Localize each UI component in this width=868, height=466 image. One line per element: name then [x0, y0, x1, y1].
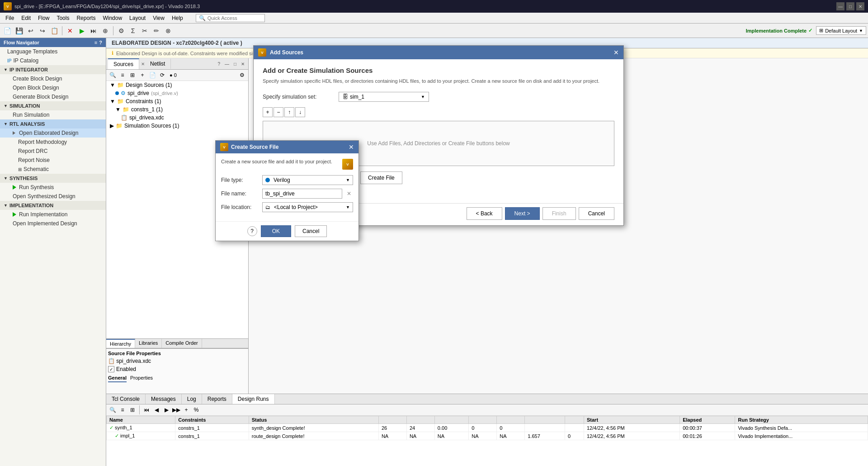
minimize-button[interactable]: —	[836, 2, 844, 10]
tree-simulation-sources[interactable]: ▶ 📁 Simulation Sources (1)	[106, 122, 248, 130]
sidebar-item-run-implementation[interactable]: Run Implementation	[0, 210, 106, 219]
menu-window[interactable]: Window	[99, 14, 126, 22]
tree-constrs1[interactable]: ▼ 📁 constrs_1 (1)	[106, 105, 248, 114]
bottom-next-btn[interactable]: ▶▶	[172, 405, 181, 414]
sim-set-select[interactable]: 🗄 sim_1 ▼	[339, 92, 429, 102]
bottom-prev-btn[interactable]: ◀	[152, 405, 161, 414]
sidebar-item-language-templates[interactable]: Language Templates	[0, 47, 106, 56]
table-row[interactable]: ✓ synth_1 constrs_1 synth_design Complet…	[107, 424, 868, 432]
table-row[interactable]: ✓ impl_1 constrs_1 route_design Complete…	[107, 432, 868, 440]
quick-access-bar[interactable]: 🔍	[196, 14, 265, 22]
tab-action-maximize[interactable]: □	[232, 61, 238, 67]
bottom-play-btn[interactable]: ▶	[162, 405, 171, 414]
tree-design-sources[interactable]: ▼ 📁 Design Sources (1)	[106, 81, 248, 89]
layout-dropdown[interactable]: ⊞ Default Layout ▼	[816, 26, 866, 35]
sidebar-item-open-synthesized-design[interactable]: Open Synthesized Design	[0, 192, 106, 201]
menu-file[interactable]: File	[2, 14, 18, 22]
tab-reports[interactable]: Reports	[202, 394, 232, 404]
file-name-clear-btn[interactable]: ✕	[345, 190, 353, 198]
tab-design-runs[interactable]: Design Runs	[232, 394, 275, 404]
toolbar-new[interactable]: 📄	[2, 25, 13, 36]
tab-sources[interactable]: Sources	[108, 58, 139, 69]
toolbar-write[interactable]: ✏	[151, 25, 162, 36]
toolbar-cut[interactable]: ✂	[139, 25, 150, 36]
section-synthesis[interactable]: ▼ SYNTHESIS	[0, 174, 106, 183]
bottom-percent-btn[interactable]: %	[192, 405, 201, 414]
tree-constraints[interactable]: ▼ 📁 Constraints (1)	[106, 97, 248, 105]
toolbar-impl[interactable]: ⊕	[100, 25, 111, 36]
create-source-cancel-btn[interactable]: Cancel	[295, 225, 327, 237]
sidebar-item-ip-catalog[interactable]: IP IP Catalog	[0, 56, 106, 65]
file-list-down-btn[interactable]: ↓	[295, 107, 305, 117]
sidebar-item-schematic[interactable]: ⊞ Schematic	[0, 165, 106, 174]
toolbar-copy[interactable]: 📋	[49, 25, 60, 36]
source-settings-btn[interactable]: ⚙	[237, 71, 246, 80]
sidebar-item-generate-block-design[interactable]: Generate Block Design	[0, 92, 106, 101]
navigator-help-icon[interactable]: ?	[99, 40, 102, 45]
bottom-first-btn[interactable]: ⏮	[142, 405, 151, 414]
toolbar-undo[interactable]: ↩	[25, 25, 36, 36]
source-collapse-btn[interactable]: ≡	[118, 71, 127, 80]
menu-view[interactable]: View	[149, 14, 168, 22]
toolbar-misc[interactable]: ⊗	[163, 25, 174, 36]
section-rtl-analysis[interactable]: ▼ RTL ANALYSIS	[0, 119, 106, 128]
tab-action-help[interactable]: ?	[216, 61, 222, 67]
cancel-button-add-sources[interactable]: Cancel	[579, 207, 614, 220]
tab-netlist[interactable]: Netlist	[145, 59, 171, 69]
title-bar-controls[interactable]: — □ ✕	[836, 2, 864, 10]
properties-tab-general[interactable]: General	[108, 375, 127, 382]
section-simulation[interactable]: ▼ SIMULATION	[0, 101, 106, 110]
file-list-add-btn[interactable]: +	[263, 107, 273, 117]
close-button[interactable]: ✕	[856, 2, 864, 10]
section-implementation[interactable]: ▼ IMPLEMENTATION	[0, 201, 106, 210]
sources-tab-close[interactable]: ✕	[141, 62, 145, 67]
sidebar-item-run-simulation[interactable]: Run Simulation	[0, 110, 106, 119]
sidebar-item-create-block-design[interactable]: Create Block Design	[0, 74, 106, 83]
bottom-expand-btn[interactable]: ⊞	[128, 405, 137, 414]
next-button[interactable]: Next >	[505, 207, 540, 220]
file-name-input[interactable]	[262, 189, 342, 199]
sidebar-item-open-implemented-design[interactable]: Open Implemented Design	[0, 219, 106, 228]
quick-access-input[interactable]	[208, 15, 262, 21]
enabled-checkbox[interactable]: ✓	[108, 366, 114, 372]
maximize-button[interactable]: □	[846, 2, 854, 10]
finish-button[interactable]: Finish	[542, 207, 576, 220]
source-add-btn[interactable]: +	[138, 71, 147, 80]
toolbar-delete[interactable]: ✕	[65, 25, 75, 36]
source-create-btn[interactable]: 📄	[148, 71, 157, 80]
tab-libraries[interactable]: Libraries	[135, 339, 162, 348]
sidebar-item-report-noise[interactable]: Report Noise	[0, 156, 106, 165]
menu-edit[interactable]: Edit	[18, 14, 34, 22]
tab-action-settings[interactable]: ✕	[239, 61, 246, 67]
properties-tab-properties[interactable]: Properties	[130, 375, 153, 382]
navigator-collapse-icon[interactable]: ≡	[94, 40, 97, 45]
sidebar-item-run-synthesis[interactable]: Run Synthesis	[0, 183, 106, 192]
toolbar-sum[interactable]: Σ	[127, 25, 138, 36]
menu-reports[interactable]: Reports	[73, 14, 99, 22]
bottom-search-btn[interactable]: 🔍	[108, 405, 117, 414]
create-file-button[interactable]: Create File	[360, 171, 402, 184]
file-list-up-btn[interactable]: ↑	[284, 107, 294, 117]
sidebar-item-report-methodology[interactable]: Report Methodology	[0, 138, 106, 147]
sidebar-item-report-drc[interactable]: Report DRC	[0, 147, 106, 156]
tab-log[interactable]: Log	[182, 394, 202, 404]
source-search-btn[interactable]: 🔍	[108, 71, 117, 80]
menu-layout[interactable]: Layout	[126, 14, 149, 22]
tab-messages[interactable]: Messages	[146, 394, 182, 404]
toolbar-settings[interactable]: ⚙	[116, 25, 127, 36]
tree-spi-drive[interactable]: ⚙ spi_drive (spi_drive.v)	[106, 89, 248, 97]
bottom-add-btn[interactable]: +	[182, 405, 191, 414]
create-source-ok-btn[interactable]: OK	[261, 225, 291, 237]
section-ip-integrator[interactable]: ▼ IP INTEGRATOR	[0, 65, 106, 74]
add-sources-close-btn[interactable]: ✕	[613, 49, 619, 56]
sidebar-item-open-elaborated-design[interactable]: Open Elaborated Design	[0, 128, 106, 138]
menu-help[interactable]: Help	[168, 14, 187, 22]
sidebar-item-open-block-design[interactable]: Open Block Design	[0, 83, 106, 92]
file-type-select[interactable]: Verilog ▼	[262, 175, 353, 185]
tab-action-minimize[interactable]: —	[223, 61, 231, 67]
file-list-remove-btn[interactable]: −	[274, 107, 283, 117]
source-expand-btn[interactable]: ⊞	[128, 71, 137, 80]
tab-tcl-console[interactable]: Tcl Console	[106, 394, 146, 404]
toolbar-step[interactable]: ⏭	[88, 25, 99, 36]
toolbar-save[interactable]: 💾	[14, 25, 24, 36]
